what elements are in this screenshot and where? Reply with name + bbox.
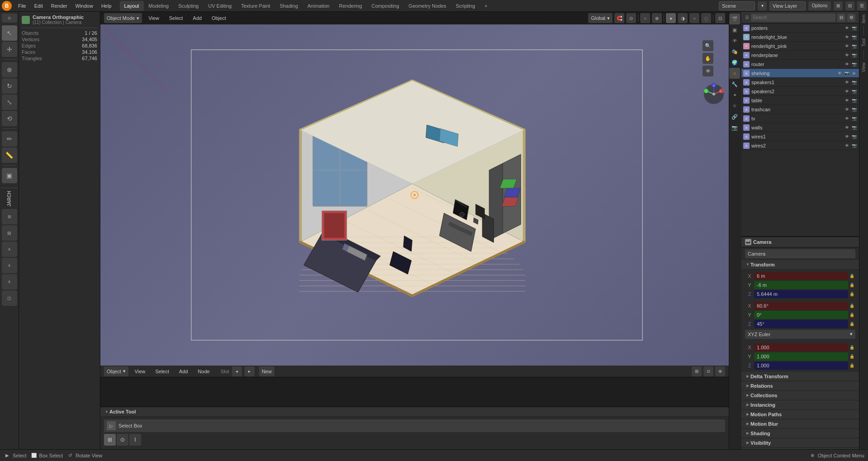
mode-indicator[interactable]: ⊙: [2, 14, 17, 23]
expand-btn[interactable]: ⊞: [834, 1, 843, 10]
mode-icon-rect[interactable]: ⊞: [104, 434, 116, 446]
vis-eye[interactable]: 👁: [836, 70, 843, 76]
tool-add-cube[interactable]: ▣: [2, 168, 17, 183]
rot-y-lock[interactable]: 🔒: [848, 311, 855, 318]
tab-compositing[interactable]: Compositing: [367, 1, 404, 11]
node-snap-btn[interactable]: ⊞: [692, 366, 702, 376]
loc-y-lock[interactable]: 🔒: [848, 281, 855, 289]
visibility-header[interactable]: ▶ Visibility: [741, 438, 859, 448]
active-tool-header-btn[interactable]: ▼ Active Tool: [100, 407, 729, 417]
vis-render[interactable]: 📷: [851, 79, 857, 86]
scale-x-input[interactable]: 1.000: [754, 343, 848, 352]
rot-x-input[interactable]: 60.6°: [754, 302, 848, 310]
tab-rendering[interactable]: Rendering: [335, 1, 367, 11]
node-zoom-btn[interactable]: ⊕: [715, 366, 725, 376]
props-tab-output[interactable]: ▣: [729, 24, 740, 35]
outliner-item-shelving[interactable]: ▲ shelving 👁 📷 ⊕: [741, 69, 859, 78]
scale-y-lock[interactable]: 🔒: [848, 353, 855, 360]
jarch-btn-3[interactable]: Ａ: [2, 242, 17, 257]
outliner-item-tv[interactable]: ▲ tv 👁 📷: [741, 114, 859, 123]
vis-render[interactable]: 📷: [851, 97, 857, 104]
jarch-btn-6[interactable]: ◫: [2, 290, 17, 306]
vis-eye[interactable]: 👁: [844, 115, 850, 122]
tab-geometry-nodes[interactable]: Geometry Nodes: [404, 1, 451, 11]
object-mode-selector[interactable]: Object Mode▾: [104, 13, 142, 23]
vis-eye[interactable]: 👁: [844, 124, 850, 131]
tab-scripting[interactable]: Scripting: [451, 1, 480, 11]
scale-z-input[interactable]: 1.000: [754, 361, 848, 370]
props-tab-particles[interactable]: ✦: [729, 90, 740, 100]
outliner-item-speakers1[interactable]: ▲ speakers1 👁 📷: [741, 78, 859, 87]
jarch-btn-5[interactable]: Ａ: [2, 274, 17, 290]
status-box-select[interactable]: ⬜ Box Select: [30, 452, 63, 459]
transform-section-header[interactable]: ▼ Transform: [741, 260, 859, 270]
tool-select[interactable]: ↖: [2, 25, 17, 41]
tool-move[interactable]: ⊕: [2, 62, 17, 77]
outliner-item-wires2[interactable]: ▲ wires2 👁 📷: [741, 141, 859, 150]
vis-render[interactable]: 📷: [851, 52, 857, 58]
props-tab-world[interactable]: 🌍: [729, 57, 740, 68]
scene-name-input[interactable]: [719, 1, 755, 10]
vis-eye[interactable]: 👁: [844, 79, 850, 86]
outliner-item-router[interactable]: ▲ router 👁 📷: [741, 60, 859, 69]
tool-scale[interactable]: ⤡: [2, 95, 17, 110]
tool-cursor[interactable]: ✛: [2, 42, 17, 57]
vis-eye[interactable]: 👁: [844, 43, 850, 49]
tab-uv-editing[interactable]: UV Editing: [203, 1, 236, 11]
shading-material[interactable]: ◑: [678, 13, 688, 23]
camera-name-input[interactable]: Camera: [745, 249, 855, 258]
slot-next-btn[interactable]: ▸: [245, 366, 255, 376]
vis-select[interactable]: ⊕: [851, 70, 857, 76]
tab-animation[interactable]: Animation: [303, 1, 334, 11]
vis-eye[interactable]: 👁: [844, 143, 850, 149]
jarch-btn-2[interactable]: ▤: [2, 225, 17, 241]
overlay-btn[interactable]: ○: [640, 13, 650, 23]
proportional-btn[interactable]: ⊙: [626, 13, 636, 23]
zoom-in-btn[interactable]: 🔍: [703, 40, 713, 51]
vis-eye[interactable]: 👁: [844, 61, 850, 67]
new-node-btn[interactable]: New: [259, 366, 274, 376]
shading-solid[interactable]: ●: [666, 13, 676, 23]
outliner-settings-btn[interactable]: ⚙: [847, 14, 855, 22]
viewport-display-header[interactable]: ▶ Viewport Display: [741, 448, 859, 450]
outliner-item-speakers2[interactable]: ▲ speakers2 👁 📷: [741, 87, 859, 96]
options-button[interactable]: Options: [808, 1, 831, 10]
status-context-menu[interactable]: ⊕ Object Context Menu: [809, 452, 864, 459]
tab-shading[interactable]: Shading: [275, 1, 302, 11]
node-type-selector[interactable]: Object▾: [104, 366, 128, 376]
vis-render[interactable]: 📷: [851, 43, 857, 49]
outliner-item-renderlight-blue[interactable]: ● renderlight_blue 👁 📷: [741, 33, 859, 42]
props-tab-modifier[interactable]: 🔧: [729, 79, 740, 90]
props-tab-scene[interactable]: 🎭: [729, 46, 740, 57]
tool-rotate[interactable]: ↻: [2, 78, 17, 94]
tab-texture-paint[interactable]: Texture Paint: [236, 1, 274, 11]
camera-orbit-btn[interactable]: 👁: [703, 66, 713, 76]
loc-y-input[interactable]: -6 m: [754, 281, 848, 289]
vis-eye[interactable]: 👁: [844, 34, 850, 40]
vis-render[interactable]: 📷: [844, 70, 850, 76]
mode-icon-circle[interactable]: ⊙: [117, 434, 128, 446]
delta-transform-header[interactable]: ▶ Delta Transform: [741, 372, 859, 381]
filter-btn[interactable]: ⊟: [845, 1, 854, 10]
item-label[interactable]: Item: [860, 13, 867, 25]
rot-mode-selector[interactable]: XYZ Euler ▾: [745, 330, 855, 339]
rot-z-lock[interactable]: 🔒: [848, 320, 855, 328]
menu-help[interactable]: Help: [98, 1, 115, 11]
status-rotate[interactable]: ↺ Rotate View: [66, 452, 102, 459]
vis-render[interactable]: 📷: [851, 34, 857, 40]
status-select[interactable]: ▶ Select: [4, 452, 27, 459]
orientation-gizmo[interactable]: X Y Z: [703, 83, 725, 105]
props-tab-constraints[interactable]: 🔗: [729, 111, 740, 122]
vis-render[interactable]: 📷: [851, 124, 857, 131]
vis-eye[interactable]: 👁: [844, 52, 850, 58]
gizmo-btn[interactable]: ⊕: [652, 13, 662, 23]
jarch-btn-1[interactable]: ⊞: [2, 209, 17, 224]
vis-render[interactable]: 📷: [851, 25, 857, 31]
props-tab-render[interactable]: 🎬: [729, 14, 740, 24]
loc-x-input[interactable]: 6 m: [754, 272, 848, 280]
outliner-item-table[interactable]: ▲ table 👁 📷: [741, 96, 859, 105]
props-tab-view[interactable]: 👁: [729, 35, 740, 46]
outliner-item-walls[interactable]: ▲ walls 👁 📷: [741, 123, 859, 132]
select-box-btn[interactable]: ▷ Select Box: [104, 419, 725, 432]
outliner-item-trashcan[interactable]: ▲ trashcan 👁 📷: [741, 105, 859, 114]
